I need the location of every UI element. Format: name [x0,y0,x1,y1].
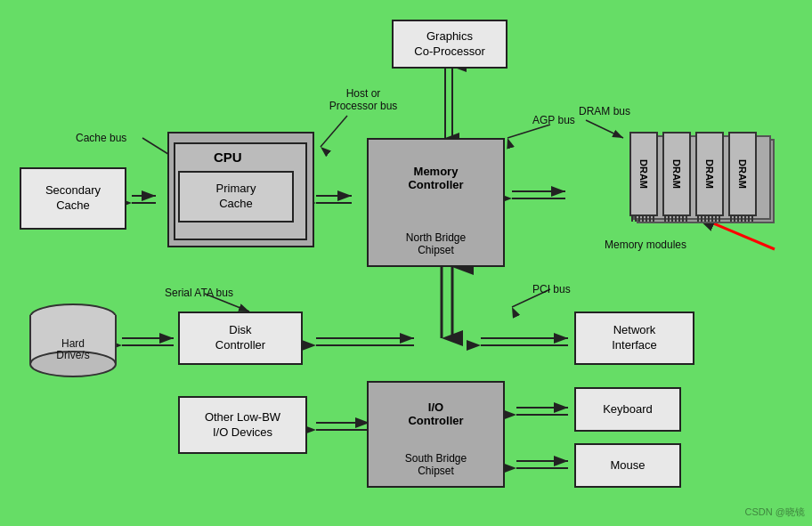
svg-line-28 [586,120,623,138]
memory-modules-label: Memory modules [588,239,703,251]
disk-controller-box: DiskController [178,312,303,365]
network-interface-box: NetworkInterface [574,312,694,365]
pci-bus-label: PCI bus [532,283,571,295]
dram-module-1: DRAM [629,132,658,216]
dram-module-4: DRAM [728,132,757,216]
graphics-coprocessor-box: GraphicsCo-Processor [392,20,508,69]
dram-container: DRAM DRAM DRAM DRAM [629,132,785,234]
other-io-label: Other Low-BWI/O Devices [205,410,280,441]
dram-module-3: DRAM [695,132,724,216]
dram-module-2: DRAM [662,132,691,216]
disk-controller-label: DiskController [215,323,265,353]
network-interface-label: NetworkInterface [612,323,657,353]
secondary-cache-box: SecondaryCache [20,167,126,230]
south-bridge-label: South BridgeChipset [385,452,487,477]
dram-bus-label: DRAM bus [579,105,630,117]
svg-text:Drive/s: Drive/s [56,349,89,361]
secondary-cache-label: SecondaryCache [45,183,101,214]
svg-text:Hard: Hard [61,337,85,350]
mouse-label: Mouse [610,458,645,473]
primary-cache-box: PrimaryCache [178,171,294,223]
cache-bus-label: Cache bus [76,132,126,144]
memory-controller-label: MemoryController [385,165,487,191]
agp-bus-label: AGP bus [532,114,575,126]
hard-drive-box: Hard Drive/s [27,303,120,378]
io-controller-label: I/OController [385,401,487,427]
host-processor-bus-label: Host orProcessor bus [319,87,408,112]
graphics-coprocessor-label: GraphicsCo-Processor [414,29,484,60]
keyboard-label: Keyboard [603,402,653,417]
mouse-box: Mouse [574,443,681,488]
primary-cache-label: PrimaryCache [216,182,256,212]
other-io-box: Other Low-BWI/O Devices [178,396,307,454]
serial-ata-bus-label: Serial ATA bus [165,287,233,299]
watermark: CSDN @晓镜 [745,506,805,519]
cpu-label: CPU [214,150,242,165]
svg-line-31 [321,116,347,147]
svg-line-29 [508,125,550,138]
north-bridge-label: North BridgeChipset [385,231,487,256]
keyboard-box: Keyboard [574,387,681,432]
